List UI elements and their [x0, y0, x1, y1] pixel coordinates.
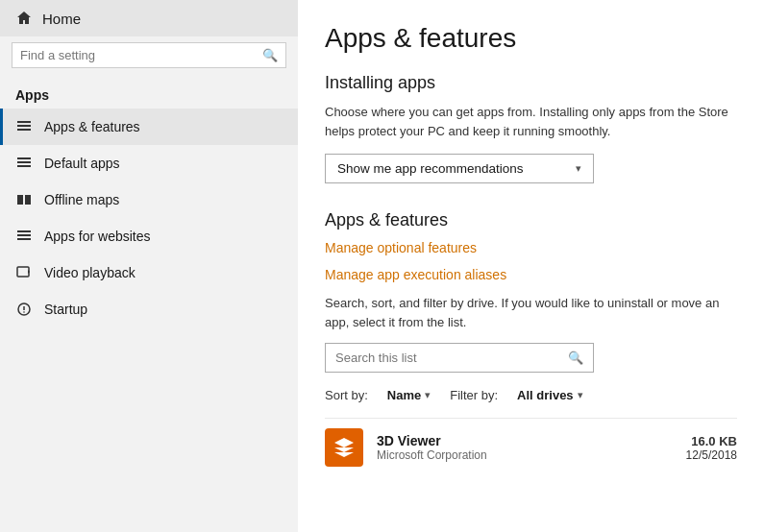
sidebar: Home 🔍 Apps Apps & features Default apps…	[0, 0, 298, 532]
sidebar-item-label: Startup	[44, 302, 87, 317]
svg-rect-4	[17, 161, 31, 163]
main-content: Apps & features Installing apps Choose w…	[298, 0, 764, 532]
installing-apps-heading: Installing apps	[325, 73, 737, 93]
home-icon	[15, 10, 33, 27]
sidebar-item-startup[interactable]: Startup	[0, 291, 298, 327]
chevron-down-icon: ▾	[576, 162, 581, 175]
svg-rect-10	[17, 238, 31, 240]
sort-by-label: Sort by:	[325, 388, 368, 402]
svg-rect-8	[17, 230, 31, 232]
sidebar-item-apps-features[interactable]: Apps & features	[0, 109, 298, 145]
default-apps-icon	[15, 155, 33, 172]
filter-value: All drives	[517, 388, 574, 402]
home-button[interactable]: Home	[0, 0, 298, 36]
apps-features-heading: Apps & features	[325, 210, 737, 230]
offline-maps-icon	[15, 191, 33, 208]
sidebar-item-default-apps[interactable]: Default apps	[0, 145, 298, 181]
search-this-list-box[interactable]: 🔍	[325, 343, 594, 373]
sidebar-search-box[interactable]: 🔍	[12, 42, 286, 68]
svg-rect-6	[17, 195, 23, 205]
app-list-item[interactable]: 3D Viewer Microsoft Corporation 16.0 KB …	[325, 418, 737, 476]
sidebar-item-label: Apps & features	[44, 119, 140, 134]
search-list-input[interactable]	[335, 351, 568, 365]
svg-point-15	[23, 311, 25, 313]
page-title: Apps & features	[325, 23, 737, 54]
apps-websites-icon	[15, 228, 33, 245]
svg-rect-3	[17, 157, 31, 159]
search-sort-description: Search, sort, and filter by drive. If yo…	[325, 294, 737, 331]
sort-by-dropdown[interactable]: Name ▾	[387, 388, 431, 402]
sort-value: Name	[387, 388, 421, 402]
app-meta-3d-viewer: 16.0 KB 12/5/2018	[686, 434, 737, 462]
svg-rect-11	[17, 267, 29, 277]
sort-chevron-icon: ▾	[425, 389, 431, 401]
svg-rect-1	[17, 125, 31, 127]
filter-by-label: Filter by:	[450, 388, 498, 402]
sidebar-item-label: Apps for websites	[44, 229, 151, 244]
app-size: 16.0 KB	[686, 434, 737, 448]
startup-icon	[15, 301, 33, 318]
app-recommendations-dropdown[interactable]: Show me app recommendations ▾	[325, 154, 594, 183]
sidebar-search-icon: 🔍	[262, 48, 278, 62]
find-setting-input[interactable]	[20, 48, 262, 62]
manage-app-execution-aliases-link[interactable]: Manage app execution aliases	[325, 267, 506, 282]
svg-rect-9	[17, 234, 31, 236]
manage-optional-features-link[interactable]: Manage optional features	[325, 240, 477, 255]
app-name: 3D Viewer	[377, 433, 673, 448]
filter-by-dropdown[interactable]: All drives ▾	[517, 388, 583, 402]
dropdown-label: Show me app recommendations	[337, 161, 524, 176]
sidebar-item-label: Default apps	[44, 156, 120, 171]
svg-rect-5	[17, 165, 31, 167]
app-date: 12/5/2018	[686, 448, 737, 462]
svg-rect-7	[25, 195, 31, 205]
sidebar-item-video-playback[interactable]: Video playback	[0, 254, 298, 291]
sidebar-item-label: Offline maps	[44, 192, 119, 207]
filter-chevron-icon: ▾	[578, 389, 583, 401]
apps-section-label: Apps	[0, 80, 298, 109]
installing-apps-description: Choose where you can get apps from. Inst…	[325, 103, 737, 140]
sidebar-item-apps-websites[interactable]: Apps for websites	[0, 218, 298, 254]
search-list-icon: 🔍	[568, 351, 583, 365]
svg-rect-2	[17, 129, 31, 131]
apps-features-icon	[15, 118, 33, 135]
video-playback-icon	[15, 264, 33, 281]
svg-rect-0	[17, 121, 31, 123]
apps-features-section: Apps & features Manage optional features…	[325, 210, 737, 476]
app-icon-3d-viewer	[325, 428, 363, 467]
app-info-3d-viewer: 3D Viewer Microsoft Corporation	[377, 433, 673, 462]
home-label: Home	[42, 11, 81, 27]
sort-filter-row: Sort by: Name ▾ Filter by: All drives ▾	[325, 388, 737, 402]
sidebar-item-label: Video playback	[44, 265, 136, 280]
sidebar-item-offline-maps[interactable]: Offline maps	[0, 181, 298, 218]
app-publisher: Microsoft Corporation	[377, 448, 673, 462]
